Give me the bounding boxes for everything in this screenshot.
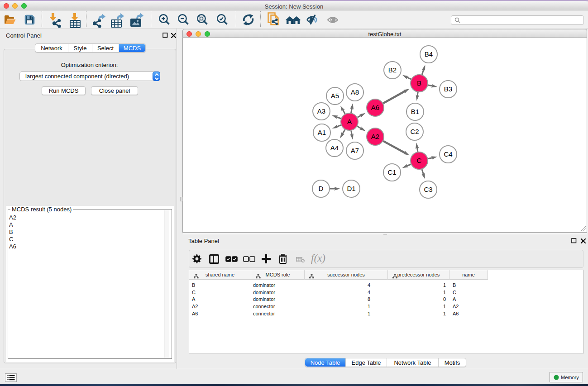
svg-text:D: D — [319, 185, 324, 192]
svg-text:A4: A4 — [330, 144, 339, 152]
svg-text:C: C — [417, 157, 422, 164]
svg-text:A6: A6 — [371, 104, 379, 111]
svg-text:D1: D1 — [347, 185, 355, 192]
svg-text:B4: B4 — [425, 50, 433, 58]
svg-text:C2: C2 — [410, 128, 419, 135]
svg-text:B1: B1 — [411, 108, 419, 115]
svg-text:B2: B2 — [388, 66, 397, 74]
svg-text:A7: A7 — [351, 147, 359, 154]
svg-text:C3: C3 — [424, 186, 432, 193]
svg-text:C1: C1 — [387, 168, 396, 176]
svg-text:A1: A1 — [318, 129, 326, 136]
svg-text:B3: B3 — [444, 85, 452, 93]
svg-text:A: A — [347, 118, 352, 125]
svg-text:A3: A3 — [317, 107, 325, 115]
svg-text:A5: A5 — [331, 92, 339, 100]
svg-text:B: B — [417, 79, 421, 87]
svg-text:A8: A8 — [351, 88, 359, 96]
svg-text:C4: C4 — [444, 150, 452, 158]
svg-text:A2: A2 — [371, 133, 379, 140]
svg-text:f(x): f(x) — [311, 253, 325, 264]
